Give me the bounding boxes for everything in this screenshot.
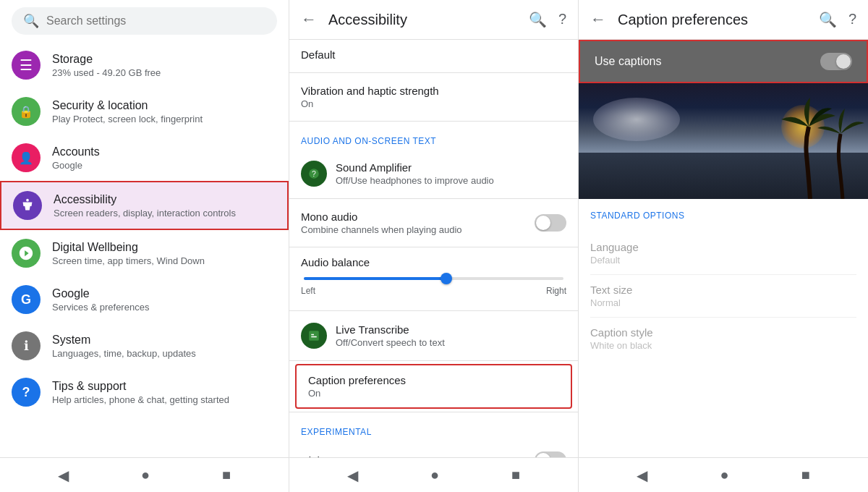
panel3-back-button[interactable]: ← — [590, 10, 606, 29]
caption-preferences-panel: ← Caption preferences 🔍 ? Use captions — [579, 0, 868, 492]
caption-preferences-title: Caption preferences — [618, 12, 807, 28]
accounts-title: Accounts — [52, 145, 100, 158]
settings-item-digital-wellbeing[interactable]: Digital Wellbeing Screen time, app timer… — [0, 230, 289, 276]
live-transcribe-text: Live Transcribe Off/Convert speech to te… — [336, 323, 566, 348]
accounts-icon: 👤 — [12, 143, 41, 172]
acc-item-live-transcribe[interactable]: Live Transcribe Off/Convert speech to te… — [289, 314, 578, 357]
caption-option-text-size[interactable]: Text size Normal — [590, 275, 856, 318]
acc-item-sound-amplifier[interactable]: ? Sound Amplifier Off/Use headphones to … — [289, 152, 578, 195]
use-captions-label: Use captions — [595, 55, 662, 68]
panel2-nav-recent[interactable]: ■ — [511, 467, 520, 483]
accessibility-panel: ← Accessibility 🔍 ? Default Vibration an… — [289, 0, 579, 492]
caption-option-language[interactable]: Language Default — [590, 232, 856, 275]
experimental-section-header: EXPERIMENTAL — [289, 415, 578, 443]
standard-options-section: STANDARD OPTIONS Language Default Text s… — [579, 199, 868, 371]
sound-amplifier-icon: ? — [301, 161, 327, 187]
storage-subtitle: 23% used - 49.20 GB free — [52, 67, 161, 78]
use-captions-toggle[interactable] — [820, 53, 852, 70]
divider3 — [289, 198, 578, 199]
settings-item-system[interactable]: ℹ System Languages, time, backup, update… — [0, 323, 289, 369]
tips-icon: ? — [12, 378, 41, 407]
preview-cloud — [593, 98, 680, 141]
high-contrast-toggle[interactable] — [535, 451, 566, 457]
svg-rect-3 — [309, 331, 319, 341]
panel3-spacer — [579, 371, 868, 457]
panel3-nav-recent[interactable]: ■ — [801, 467, 810, 483]
system-icon: ℹ — [12, 331, 41, 360]
text-size-option-value: Normal — [590, 297, 856, 308]
security-icon: 🔒 — [12, 97, 41, 126]
language-option-title: Language — [590, 241, 856, 253]
use-captions-toggle-knob — [836, 54, 851, 69]
search-icon[interactable]: 🔍 — [529, 11, 547, 28]
accessibility-title: Accessibility — [54, 193, 236, 206]
settings-item-accounts[interactable]: 👤 Accounts Google — [0, 135, 289, 181]
acc-item-vibration[interactable]: Vibration and haptic strength On — [289, 76, 578, 118]
caption-header-icons: 🔍 ? — [819, 11, 856, 28]
tips-subtitle: Help articles, phone & chat, getting sta… — [52, 394, 229, 405]
divider2 — [289, 121, 578, 122]
divider4 — [289, 247, 578, 247]
nav-recent-icon[interactable]: ■ — [222, 467, 231, 483]
audio-balance-track[interactable] — [304, 277, 563, 280]
accessibility-title: Accessibility — [328, 12, 517, 28]
divider1 — [289, 72, 578, 73]
nav-home-icon[interactable]: ● — [141, 467, 150, 483]
security-text: Security & location Play Protect, screen… — [52, 99, 203, 124]
settings-panel: 🔍 ☰ Storage 23% used - 49.20 GB free 🔒 S… — [0, 0, 289, 492]
panel3-nav: ◀ ● ■ — [579, 457, 868, 492]
audio-balance-thumb[interactable] — [441, 273, 452, 284]
panel2-back-button[interactable]: ← — [301, 10, 317, 29]
audio-balance-label: Audio balance — [301, 256, 566, 268]
search-input[interactable] — [46, 14, 265, 27]
standard-options-header: STANDARD OPTIONS — [590, 211, 856, 221]
caption-option-style[interactable]: Caption style White on black — [590, 318, 856, 360]
search-bar-container: 🔍 — [0, 0, 289, 42]
settings-item-accessibility[interactable]: Accessibility Screen readers, display, i… — [0, 181, 289, 230]
panel2-nav-back[interactable]: ◀ — [347, 467, 358, 484]
panel2-nav-home[interactable]: ● — [430, 467, 439, 483]
use-captions-bar[interactable]: Use captions — [579, 40, 868, 83]
google-text: Google Services & preferences — [52, 287, 149, 313]
acc-item-mono-audio[interactable]: Mono audio Combine channels when playing… — [289, 202, 578, 244]
audio-balance-container: Audio balance Left Right — [289, 250, 578, 308]
digital-wellbeing-text: Digital Wellbeing Screen time, app timer… — [52, 241, 205, 266]
accessibility-header: ← Accessibility 🔍 ? — [289, 0, 578, 40]
audio-section-header: AUDIO AND ON-SCREEN TEXT — [289, 124, 578, 152]
acc-item-default[interactable]: Default — [289, 40, 578, 69]
mono-audio-toggle[interactable] — [535, 214, 566, 232]
audio-balance-labels: Left Right — [301, 286, 566, 296]
slider-left-label: Left — [301, 286, 315, 296]
system-title: System — [52, 334, 196, 347]
slider-right-label: Right — [546, 286, 566, 296]
panel2-nav: ◀ ● ■ — [289, 457, 578, 492]
acc-item-high-contrast[interactable]: High-contrast text — [289, 443, 578, 457]
audio-balance-fill — [304, 277, 446, 280]
caption-help-icon[interactable]: ? — [848, 11, 856, 28]
system-subtitle: Languages, time, backup, updates — [52, 348, 196, 359]
palm-trees-svg — [723, 83, 868, 199]
language-option-value: Default — [590, 255, 856, 266]
high-contrast-toggle-knob — [536, 453, 550, 457]
sound-amplifier-text: Sound Amplifier Off/Use headphones to im… — [336, 161, 566, 186]
settings-item-security[interactable]: 🔒 Security & location Play Protect, scre… — [0, 88, 289, 135]
storage-title: Storage — [52, 53, 161, 66]
settings-item-google[interactable]: G Google Services & preferences — [0, 276, 289, 323]
digital-wellbeing-subtitle: Screen time, app timers, Wind Down — [52, 255, 205, 266]
caption-search-icon[interactable]: 🔍 — [819, 11, 837, 28]
panel3-nav-home[interactable]: ● — [720, 467, 728, 483]
nav-back-icon[interactable]: ◀ — [58, 467, 69, 484]
search-bar[interactable]: 🔍 — [12, 7, 277, 35]
acc-item-caption-preferences[interactable]: Caption preferences On — [295, 364, 572, 409]
svg-point-0 — [26, 199, 29, 202]
mono-audio-toggle-knob — [536, 216, 550, 230]
settings-list: ☰ Storage 23% used - 49.20 GB free 🔒 Sec… — [0, 42, 289, 457]
accessibility-content: Default Vibration and haptic strength On… — [289, 40, 578, 457]
help-icon[interactable]: ? — [558, 11, 566, 28]
caption-header: ← Caption preferences 🔍 ? — [579, 0, 868, 40]
accounts-text: Accounts Google — [52, 145, 100, 171]
panel3-nav-back[interactable]: ◀ — [637, 467, 647, 484]
settings-item-storage[interactable]: ☰ Storage 23% used - 49.20 GB free — [0, 42, 289, 88]
settings-item-tips[interactable]: ? Tips & support Help articles, phone & … — [0, 369, 289, 415]
svg-text:?: ? — [312, 169, 316, 178]
